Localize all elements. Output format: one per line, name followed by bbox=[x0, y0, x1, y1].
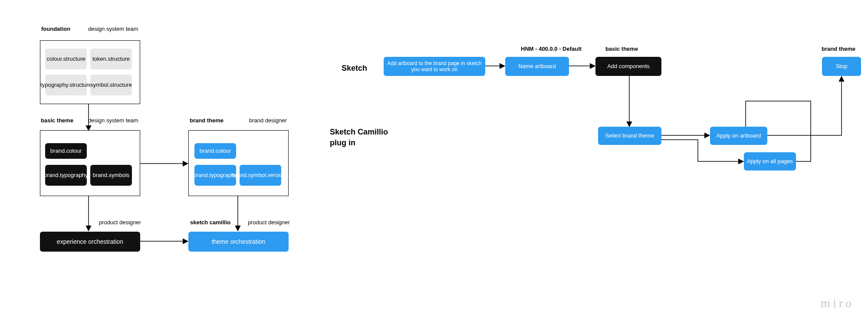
step-stop: Stop bbox=[822, 57, 861, 76]
diagram-canvas: foundation design system team colour.str… bbox=[0, 0, 868, 318]
brand-theme-title: brand theme bbox=[190, 117, 224, 124]
tile-symbol-structure: symbol.structure bbox=[90, 75, 132, 95]
step-apply-on-artboard: Apply on artboard bbox=[710, 127, 767, 145]
basic-theme-header: basic theme bbox=[605, 46, 638, 52]
tile-brand-symbols-basic: brand.symbols bbox=[90, 165, 132, 186]
hnm-default-label: HNM - 400.0.0 - Default bbox=[521, 46, 582, 52]
step-apply-on-all-pages: Apply on all pages bbox=[744, 152, 796, 170]
foundation-title: foundation bbox=[41, 26, 70, 32]
tile-typography-structure: typography.structure bbox=[45, 75, 87, 95]
tile-brand-colour-brand: brand.colour bbox=[194, 143, 236, 159]
tile-brand-colour-basic: brand.colour bbox=[45, 143, 87, 159]
tile-token-structure: token.structure bbox=[90, 49, 132, 69]
tile-experience-orchestration: experience orchestration bbox=[40, 232, 140, 252]
basic-theme-title: basic theme bbox=[41, 117, 73, 124]
sketch-camillio-label: sketch camillio bbox=[190, 219, 230, 226]
plugin-heading-line2: plug in bbox=[330, 138, 355, 148]
brand-theme-team-label: brand designer bbox=[249, 117, 287, 124]
miro-watermark: miro bbox=[821, 296, 854, 310]
foundation-team-label: design system team bbox=[88, 26, 138, 32]
basic-theme-team-label: design system team bbox=[88, 117, 138, 124]
brand-theme-header: brand theme bbox=[822, 46, 855, 52]
step-select-brand-theme: Select brand theme bbox=[598, 127, 661, 145]
product-designer-left-label: product designer bbox=[99, 219, 141, 226]
step-add-components: Add components bbox=[595, 57, 661, 76]
tile-colour-structure: colour.structure bbox=[45, 49, 87, 69]
step-name-artboard: Name artboard bbox=[505, 57, 569, 76]
tile-brand-typography-brand: brand.typography bbox=[194, 165, 236, 186]
brand-theme-group bbox=[188, 130, 289, 196]
tile-brand-symbol-versions: brand.symbol.versions bbox=[240, 165, 281, 186]
tile-theme-orchestration: theme orchestration bbox=[188, 232, 289, 252]
product-designer-right-label: product designer bbox=[248, 219, 290, 226]
basic-theme-group bbox=[40, 130, 140, 196]
plugin-heading-line1: Sketch Camillio bbox=[330, 127, 388, 137]
tile-brand-typography-basic: brand.typography bbox=[45, 165, 87, 186]
sketch-heading: Sketch bbox=[342, 63, 367, 73]
step-add-artboard: Add artboard to the brand page in sketch… bbox=[384, 57, 485, 76]
